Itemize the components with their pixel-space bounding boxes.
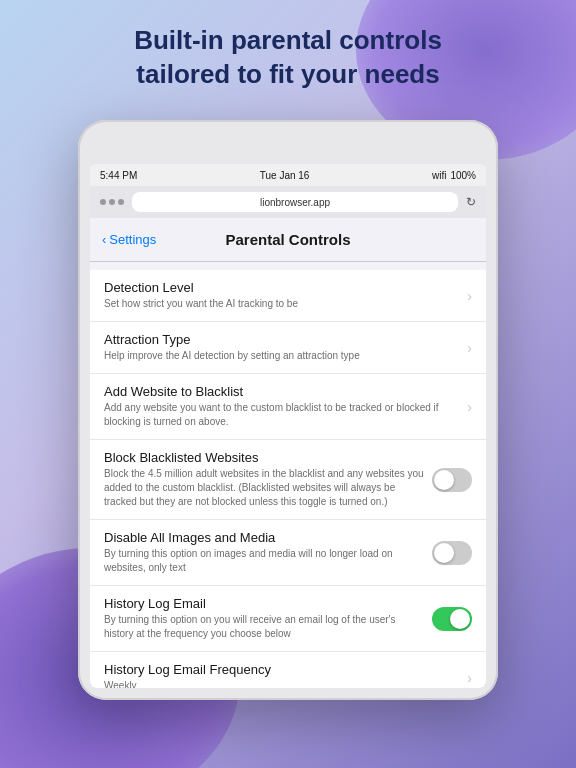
disable-images-toggle[interactable] bbox=[432, 541, 472, 565]
status-time: 5:44 PM bbox=[100, 170, 137, 181]
reload-icon[interactable]: ↻ bbox=[466, 195, 476, 209]
item-title: Detection Level bbox=[104, 280, 459, 295]
settings-item-history-log-frequency[interactable]: History Log Email Frequency Weekly › bbox=[90, 652, 486, 688]
item-content: History Log Email Frequency Weekly bbox=[104, 662, 467, 688]
item-content: Disable All Images and Media By turning … bbox=[104, 530, 432, 575]
back-button[interactable]: ‹ Settings bbox=[102, 232, 156, 247]
item-value: Weekly bbox=[104, 679, 459, 688]
dot-3 bbox=[118, 199, 124, 205]
chevron-right-icon: › bbox=[467, 399, 472, 415]
item-content: Attraction Type Help improve the AI dete… bbox=[104, 332, 467, 363]
status-date: Tue Jan 16 bbox=[260, 170, 310, 181]
item-desc: Add any website you want to the custom b… bbox=[104, 401, 459, 429]
item-desc: By turning this option on you will recei… bbox=[104, 613, 424, 641]
ipad-screen: 5:44 PM Tue Jan 16 wifi 100% lionbrowser… bbox=[90, 164, 486, 688]
browser-navigation-dots bbox=[100, 199, 124, 205]
status-right: wifi 100% bbox=[432, 170, 476, 181]
chevron-right-icon: › bbox=[467, 288, 472, 304]
settings-panel: ‹ Settings Parental Controls Detection L… bbox=[90, 218, 486, 688]
url-text: lionbrowser.app bbox=[260, 197, 330, 208]
ipad-device: 5:44 PM Tue Jan 16 wifi 100% lionbrowser… bbox=[78, 120, 498, 700]
headline: Built-in parental controls tailored to f… bbox=[0, 24, 576, 92]
chevron-right-icon: › bbox=[467, 340, 472, 356]
settings-item-history-log-email: History Log Email By turning this option… bbox=[90, 586, 486, 652]
item-desc: Set how strict you want the AI tracking … bbox=[104, 297, 459, 311]
item-title: Add Website to Blacklist bbox=[104, 384, 459, 399]
headline-line2: tailored to fit your needs bbox=[136, 59, 439, 89]
settings-item-disable-images: Disable All Images and Media By turning … bbox=[90, 520, 486, 586]
headline-line1: Built-in parental controls bbox=[134, 25, 442, 55]
history-log-email-toggle[interactable] bbox=[432, 607, 472, 631]
item-title: History Log Email bbox=[104, 596, 424, 611]
back-label: Settings bbox=[109, 232, 156, 247]
item-title: Block Blacklisted Websites bbox=[104, 450, 424, 465]
item-desc: Block the 4.5 million adult websites in … bbox=[104, 467, 424, 509]
page-title: Parental Controls bbox=[225, 231, 350, 248]
settings-item-block-blacklisted: Block Blacklisted Websites Block the 4.5… bbox=[90, 440, 486, 520]
browser-url-bar[interactable]: lionbrowser.app bbox=[132, 192, 458, 212]
dot-1 bbox=[100, 199, 106, 205]
item-content: Detection Level Set how strict you want … bbox=[104, 280, 467, 311]
item-title: History Log Email Frequency bbox=[104, 662, 459, 677]
item-title: Disable All Images and Media bbox=[104, 530, 424, 545]
settings-section-main: Detection Level Set how strict you want … bbox=[90, 270, 486, 688]
settings-item-attraction-type[interactable]: Attraction Type Help improve the AI dete… bbox=[90, 322, 486, 374]
chevron-right-icon: › bbox=[467, 670, 472, 686]
item-title: Attraction Type bbox=[104, 332, 459, 347]
browser-bar: lionbrowser.app ↻ bbox=[90, 186, 486, 218]
item-content: Block Blacklisted Websites Block the 4.5… bbox=[104, 450, 432, 509]
settings-item-add-blacklist[interactable]: Add Website to Blacklist Add any website… bbox=[90, 374, 486, 440]
item-content: History Log Email By turning this option… bbox=[104, 596, 432, 641]
item-content: Add Website to Blacklist Add any website… bbox=[104, 384, 467, 429]
chevron-left-icon: ‹ bbox=[102, 232, 106, 247]
settings-list[interactable]: Detection Level Set how strict you want … bbox=[90, 262, 486, 688]
item-desc: Help improve the AI detection by setting… bbox=[104, 349, 459, 363]
block-blacklisted-toggle[interactable] bbox=[432, 468, 472, 492]
nav-bar: ‹ Settings Parental Controls bbox=[90, 218, 486, 262]
settings-item-detection-level[interactable]: Detection Level Set how strict you want … bbox=[90, 270, 486, 322]
status-bar: 5:44 PM Tue Jan 16 wifi 100% bbox=[90, 164, 486, 186]
battery-indicator: 100% bbox=[450, 170, 476, 181]
content-area: LA ‹ Settings Parental Controls bbox=[90, 218, 486, 688]
wifi-icon: wifi bbox=[432, 170, 446, 181]
item-desc: By turning this option on images and med… bbox=[104, 547, 424, 575]
dot-2 bbox=[109, 199, 115, 205]
